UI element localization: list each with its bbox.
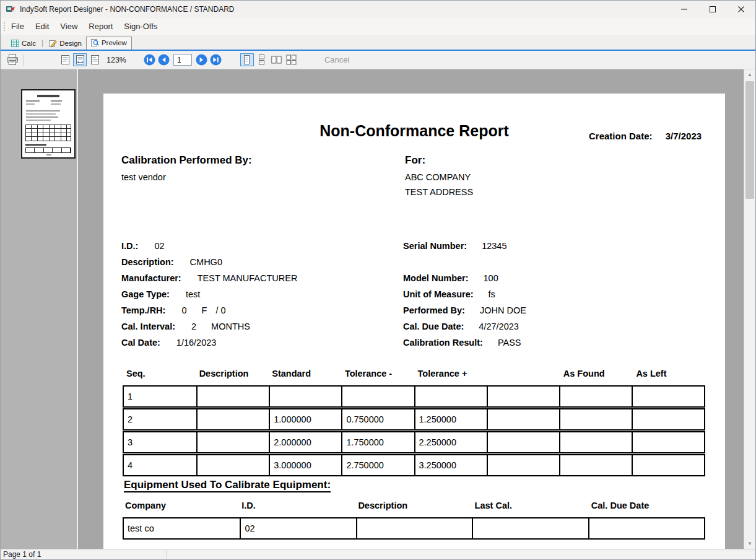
zoom-fit-page-button[interactable] xyxy=(58,53,72,66)
tab-design[interactable]: Design xyxy=(45,38,86,50)
field-label: Cal. Interval: xyxy=(121,322,175,338)
info-row: Description:CMHG0 xyxy=(121,257,710,273)
table-cell xyxy=(559,432,632,452)
table-cell xyxy=(559,455,632,475)
info-row: I.D.:02 Serial Number:12345 xyxy=(121,241,710,257)
print-button[interactable] xyxy=(6,53,19,66)
tab-preview-label: Preview xyxy=(102,39,127,46)
field-value: 1/16/2023 xyxy=(176,338,217,354)
multiple-pages-icon xyxy=(286,55,297,65)
column-header: As Left xyxy=(632,369,705,378)
content-area: Non-Conformance Report Creation Date: 3/… xyxy=(1,69,755,549)
view-continuous-button[interactable] xyxy=(255,53,269,66)
menu-bar: File Edit View Report Sign-Offs xyxy=(1,18,755,35)
table-cell: 2.750000 xyxy=(341,455,414,475)
statusbar-separator xyxy=(167,550,167,559)
table-cell xyxy=(196,387,269,406)
tab-preview[interactable]: Preview xyxy=(86,37,132,50)
tab-calc[interactable]: Calc xyxy=(7,38,40,50)
scroll-down-icon[interactable]: ▼ xyxy=(744,538,755,549)
close-button[interactable] xyxy=(727,1,755,18)
field-value: 0 xyxy=(181,305,186,322)
table-row: test co 02 xyxy=(123,517,705,540)
column-header: I.D. xyxy=(239,501,355,510)
info-row: Cal. Interval:2MONTHS Cal. Due Date:4/27… xyxy=(121,322,710,338)
measurements-header-row: Seq. Description Standard Tolerance - To… xyxy=(123,369,705,378)
field-value: 4/27/2023 xyxy=(479,322,519,338)
menu-view[interactable]: View xyxy=(54,19,83,33)
table-cell xyxy=(559,387,632,406)
scroll-up-icon[interactable]: ▲ xyxy=(744,69,755,80)
for-label: For: xyxy=(405,154,425,167)
page-status: Page 1 of 1 xyxy=(3,550,41,559)
field-label: Unit of Measure: xyxy=(403,289,474,305)
vertical-scrollbar[interactable]: ▲ ▼ xyxy=(744,69,755,549)
equipment-table: test co 02 xyxy=(123,517,705,540)
table-cell: 1.750000 xyxy=(341,432,414,452)
table-cell xyxy=(341,387,414,406)
table-cell: 2.250000 xyxy=(414,432,487,452)
menu-edit[interactable]: Edit xyxy=(30,19,54,33)
view-facing-pages-button[interactable] xyxy=(270,53,284,66)
field-value-unit: MONTHS xyxy=(211,322,250,338)
cancel-button[interactable]: Cancel xyxy=(324,55,349,64)
field-value: test xyxy=(186,289,200,305)
column-header: Tolerance - xyxy=(341,369,414,378)
zoom-100-button[interactable] xyxy=(88,53,102,66)
single-page-icon xyxy=(241,55,252,65)
creation-date: Creation Date: 3/7/2023 xyxy=(589,131,702,141)
field-value: 02 xyxy=(154,241,164,257)
field-label: Performed By: xyxy=(403,305,465,322)
previous-page-button[interactable] xyxy=(157,53,170,66)
table-cell: 2 xyxy=(124,409,196,429)
zoom-page-width-button[interactable] xyxy=(73,53,87,66)
table-cell xyxy=(487,432,559,452)
info-fields: I.D.:02 Serial Number:12345 Description:… xyxy=(121,241,710,354)
menu-file[interactable]: File xyxy=(6,19,30,33)
table-cell xyxy=(632,409,704,429)
field-label: Manufacturer: xyxy=(121,273,181,289)
info-row: Manufacturer:TEST MANUFACTURER Model Num… xyxy=(121,273,710,289)
table-cell xyxy=(559,409,632,429)
maximize-button[interactable] xyxy=(698,1,727,18)
info-row: Temp./RH:0F/ 0 Performed By:JOHN DOE xyxy=(121,305,710,322)
table-cell: 4 xyxy=(124,455,196,475)
table-cell xyxy=(632,432,704,452)
first-page-button[interactable] xyxy=(143,53,156,66)
measurements-table: 1 2 1.000000 0.750000 1.25 xyxy=(123,385,705,477)
zoom-level[interactable]: 123% xyxy=(106,56,126,64)
design-pencil-icon xyxy=(49,40,57,47)
table-cell xyxy=(472,518,588,538)
menu-sign-offs[interactable]: Sign-Offs xyxy=(118,19,163,33)
next-page-button[interactable] xyxy=(195,53,208,66)
calibration-performed-by-value: test vendor xyxy=(121,172,166,182)
minimize-button[interactable] xyxy=(670,1,698,18)
field-value: TEST MANUFACTURER xyxy=(198,273,298,289)
view-single-page-button[interactable] xyxy=(240,53,254,66)
column-header: Tolerance + xyxy=(414,369,487,378)
info-row: Cal Date:1/16/2023 Calibration Result:PA… xyxy=(121,338,710,354)
menu-report[interactable]: Report xyxy=(83,19,118,33)
table-cell: 3.000000 xyxy=(269,455,341,475)
page-thumbnail[interactable] xyxy=(21,89,76,159)
printer-icon xyxy=(6,54,19,66)
table-cell xyxy=(632,387,704,406)
view-multiple-pages-button[interactable] xyxy=(285,53,298,66)
column-header: Description xyxy=(355,501,472,510)
last-page-button[interactable] xyxy=(209,53,222,66)
title-bar: IndySoft Report Designer - NON-CONFORMAN… xyxy=(1,1,755,18)
table-row: 2 1.000000 0.750000 1.250000 xyxy=(123,408,705,431)
view-tab-bar: Calc | Design Preview xyxy=(1,35,755,51)
tab-separator: | xyxy=(40,38,45,50)
table-cell xyxy=(632,455,704,475)
column-header: Standard xyxy=(268,369,341,378)
preview-area: Non-Conformance Report Creation Date: 3/… xyxy=(78,69,755,549)
field-value: PASS xyxy=(498,338,521,354)
page-number-input[interactable] xyxy=(173,54,192,66)
page-layout-group xyxy=(240,53,298,66)
app-icon xyxy=(6,4,15,14)
scrollbar-thumb[interactable] xyxy=(745,81,754,199)
page-navigation-group xyxy=(142,53,223,66)
report-page: Non-Conformance Report Creation Date: 3/… xyxy=(103,94,725,549)
status-bar: Page 1 of 1 xyxy=(1,549,755,559)
